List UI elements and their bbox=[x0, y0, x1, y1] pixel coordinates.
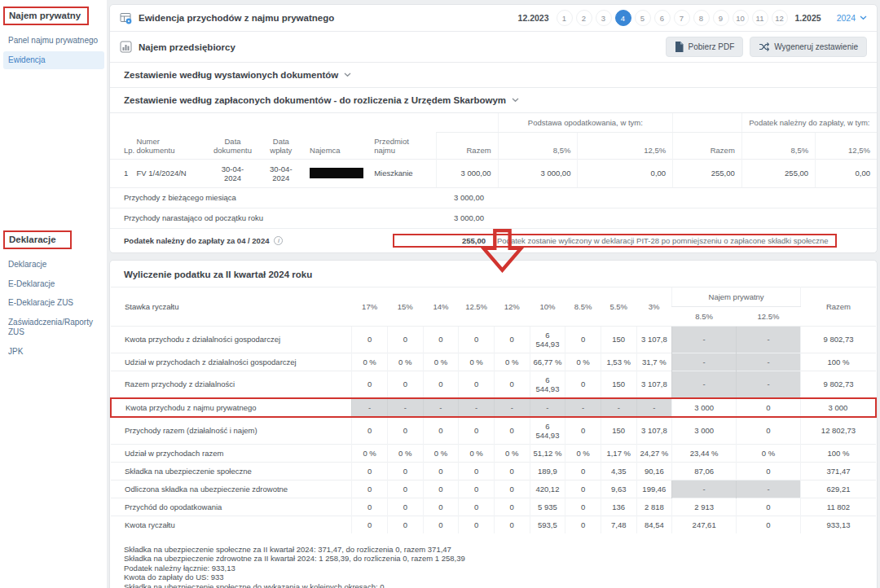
cell: 189,9 bbox=[530, 462, 565, 480]
cell: 0 bbox=[459, 516, 495, 533]
row-label: Kwota przychodu z najmu prywatnego bbox=[111, 398, 352, 417]
pagination-month-6[interactable]: 6 bbox=[654, 10, 671, 26]
sidebar-section-title-deklaracje: Deklaracje bbox=[3, 230, 72, 249]
row-label: Przychód do opodatkowania bbox=[111, 498, 352, 516]
cell: 0 bbox=[565, 480, 601, 498]
cell: 629,21 bbox=[800, 480, 876, 498]
cell-przedmiot: Mieszkanie bbox=[367, 159, 437, 187]
cell-lp: 1 bbox=[110, 159, 130, 187]
pagination-month-1[interactable]: 1 bbox=[557, 10, 573, 26]
sidebar-section-najem-prywatny: Najem prywatny Panel najmu prywatnegoEwi… bbox=[3, 7, 104, 69]
shuffle-icon bbox=[759, 42, 769, 51]
cell: 0 bbox=[494, 480, 530, 498]
cell: 0 bbox=[565, 326, 601, 353]
year-selector[interactable]: 2024 bbox=[837, 13, 867, 23]
section-issued-documents[interactable]: Zestawienie według wystawionych dokument… bbox=[110, 63, 877, 88]
cell: 0 bbox=[352, 498, 388, 516]
annotation-arrow-down bbox=[479, 229, 526, 273]
sidebar-item-deklaracje[interactable]: Deklaracje bbox=[3, 256, 104, 274]
sidebar-item-ewidencja[interactable]: Ewidencja bbox=[3, 51, 104, 70]
column-header-8-5-10: 8,5% bbox=[741, 133, 815, 160]
cell: 0 % bbox=[387, 444, 423, 462]
main-content: Ewidencja przychodów z najmu prywatnego … bbox=[107, 0, 880, 588]
pagination-month-11[interactable]: 11 bbox=[752, 10, 768, 26]
cell: - bbox=[387, 398, 423, 417]
sidebar-item-za-wiadczenia-raporty-zus[interactable]: Zaświadczenia/Raporty ZUS bbox=[3, 314, 104, 342]
button-label: Pobierz PDF bbox=[689, 42, 735, 51]
pagination-month-5[interactable]: 5 bbox=[635, 10, 651, 26]
razem-header: Razem bbox=[800, 287, 876, 326]
section-paid-documents[interactable]: Zestawienie według zapłaconych dokumentó… bbox=[110, 88, 877, 113]
column-header-12-5-8: 12,5% bbox=[578, 133, 673, 160]
document-row: 1FV 1/4/2024/N30-04-202430-04-2024Mieszk… bbox=[110, 159, 877, 187]
footer-line: Podatek należny łącznie: 933,13 bbox=[124, 564, 863, 573]
topbar: Ewidencja przychodów z najmu prywatnego … bbox=[110, 5, 877, 32]
cell: 0 % bbox=[352, 444, 388, 462]
sidebar-item-panel-najmu-prywatnego[interactable]: Panel najmu prywatnego bbox=[3, 32, 104, 50]
pagination-month-3[interactable]: 3 bbox=[596, 10, 612, 26]
download-pdf-button[interactable]: Pobierz PDF bbox=[666, 37, 744, 57]
cell: 0 bbox=[494, 462, 530, 480]
pagination-month-12[interactable]: 12 bbox=[772, 10, 788, 26]
pagination-month-2[interactable]: 2 bbox=[576, 10, 592, 26]
card2-footer-summary: Składka na ubezpieczenie społeczne za II… bbox=[110, 533, 877, 588]
cell: 0 bbox=[387, 516, 423, 533]
pagination-month-4[interactable]: 4 bbox=[615, 10, 631, 26]
table2-row-odliczona-sk-adka-na-ubezpieczenie-zdrowotne: Odliczona składka na ubezpieczenie zdrow… bbox=[111, 480, 876, 498]
cell: - bbox=[672, 480, 737, 498]
cell: - bbox=[737, 353, 801, 371]
table2-row-kwota-rycza-tu: Kwota ryczałtu00000593,507,4884,54247,61… bbox=[111, 516, 876, 533]
year-selector-value: 2024 bbox=[837, 13, 856, 23]
cell: 1,53 % bbox=[601, 353, 636, 371]
button-label: Wygeneruj zestawienie bbox=[774, 42, 858, 51]
cell-razem: 3 000,00 bbox=[437, 159, 498, 187]
info-icon[interactable]: i bbox=[274, 236, 283, 245]
cell: - bbox=[672, 326, 737, 353]
cell: - bbox=[565, 398, 601, 417]
pagination-months: 123456789101112 bbox=[557, 10, 788, 26]
cell: 0 bbox=[387, 480, 423, 498]
cell: 6 544,93 bbox=[530, 326, 565, 353]
cell: 0 bbox=[565, 417, 601, 445]
cell: 3 107,8 bbox=[636, 371, 672, 398]
summary-label: Przychody z bieżącego miesiąca bbox=[124, 193, 393, 202]
cell-najemca bbox=[303, 159, 367, 187]
cell: 23,44 % bbox=[672, 444, 737, 462]
cell: 0 bbox=[494, 498, 530, 516]
row-label: Udział w przychodach razem bbox=[111, 444, 352, 462]
cell: 0 bbox=[494, 326, 530, 353]
cell: 0 bbox=[565, 462, 601, 480]
pagination-next-year[interactable]: 1.2025 bbox=[795, 13, 821, 23]
cell: 0 % bbox=[494, 353, 530, 371]
cell: 1,17 % bbox=[601, 444, 636, 462]
cell-numer: FV 1/4/2024/N bbox=[130, 159, 206, 187]
pagination-month-10[interactable]: 10 bbox=[733, 10, 749, 26]
cell: 0 bbox=[352, 326, 388, 353]
sidebar-item-e-deklaracje[interactable]: E-Deklaracje bbox=[3, 275, 104, 294]
cell: 0 bbox=[423, 462, 459, 480]
row-label: Odliczona składka na ubezpieczenie zdrow… bbox=[111, 480, 352, 498]
cell: 0 % bbox=[352, 353, 388, 371]
sidebar-item-jpk[interactable]: JPK bbox=[3, 343, 104, 362]
pagination-month-7[interactable]: 7 bbox=[674, 10, 690, 26]
table2-row-udzia-w-przychodach-z-dzia-alno-ci-gospodarczej: Udział w przychodach z działalności gosp… bbox=[111, 353, 876, 371]
cell: - bbox=[352, 398, 388, 417]
section-title: Zestawienie według wystawionych dokument… bbox=[124, 70, 338, 80]
cell: 0 bbox=[494, 371, 530, 398]
generate-report-button[interactable]: Wygeneruj zestawienie bbox=[750, 37, 867, 57]
table2-label-header: Stawka ryczałtu bbox=[111, 287, 352, 326]
cell: 0 bbox=[352, 417, 388, 445]
cell: 5 935 bbox=[530, 498, 565, 516]
rate-header-3: 3% bbox=[636, 287, 672, 326]
cell: 3 000 bbox=[800, 398, 876, 417]
rate-header-12-5: 12.5% bbox=[459, 287, 495, 326]
cell: - bbox=[672, 353, 737, 371]
pagination-month-8[interactable]: 8 bbox=[693, 10, 710, 26]
cell: 371,47 bbox=[800, 462, 876, 480]
pagination-month-9[interactable]: 9 bbox=[713, 10, 729, 26]
footer-line: Składka na ubezpieczenie zdrowotne za II… bbox=[124, 554, 863, 564]
sidebar-item-e-deklaracje-zus[interactable]: E-Deklaracje ZUS bbox=[3, 294, 104, 313]
pagination-prev-year[interactable]: 12.2023 bbox=[518, 13, 549, 23]
cell: 90,16 bbox=[636, 462, 672, 480]
cell: 11 802 bbox=[800, 498, 876, 516]
